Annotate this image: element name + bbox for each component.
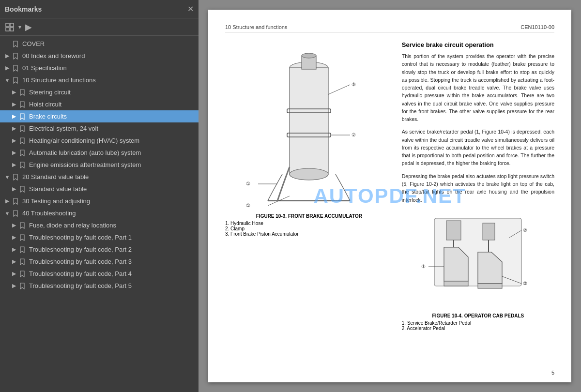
- figure-10-3-area: ③ ②: [225, 41, 393, 237]
- bookmark-icon: [12, 53, 19, 60]
- bookmark-icon: [18, 186, 26, 193]
- chevron-icon: ▶: [10, 234, 18, 241]
- sidebar-item-hvac[interactable]: ▶Heating/air conditioning (HVAC) system: [0, 135, 199, 147]
- bookmark-svg: [13, 41, 18, 47]
- bookmark-icon: [18, 150, 26, 156]
- bookmark-icon: [12, 41, 19, 47]
- sidebar-item-label: 00 Index and foreword: [22, 52, 85, 60]
- sidebar-item-label: 30 Testing and adjusting: [22, 197, 90, 205]
- sidebar-item-brake[interactable]: ▶Brake circuits: [0, 110, 199, 122]
- figure-10-3-items: 1. Hydraulic Hose 2. Clamp 3. Front Brak…: [225, 221, 299, 237]
- chevron-icon: ▶: [10, 258, 18, 265]
- page-number: 5: [551, 370, 554, 376]
- sidebar-item-label: 40 Troubleshooting: [22, 210, 76, 217]
- sidebar-item-label: Steering circuit: [29, 89, 71, 96]
- bookmark-svg: [20, 283, 25, 289]
- header-right: CEN10110-00: [520, 24, 554, 30]
- sidebar-header: Bookmarks ✕: [0, 0, 199, 18]
- grid-view-button[interactable]: [5, 22, 15, 32]
- body-text-3: Depressing the brake pedal also actuates…: [402, 172, 554, 204]
- cursor-button[interactable]: ▶: [25, 22, 32, 32]
- sidebar-item-fault5[interactable]: ▶Troubleshooting by fault code, Part 5: [0, 280, 199, 292]
- sidebar-item-label: Standard value table: [29, 185, 87, 193]
- chevron-icon: ▶: [10, 113, 18, 120]
- fig3-item-3: 3. Front Brake Piston Accumulator: [225, 231, 299, 237]
- left-column: ③ ②: [225, 41, 393, 336]
- svg-rect-23: [446, 221, 461, 240]
- figure-10-4-svg: ② ① ②: [420, 209, 536, 310]
- sidebar-item-01-spec[interactable]: ▶01 Specification: [0, 62, 199, 74]
- bookmark-icon: [18, 137, 26, 144]
- bookmark-icon: [12, 210, 19, 217]
- sidebar-toolbar: ▾ ▶: [0, 18, 199, 36]
- figure-10-3-caption: FIGURE 10-3. FRONT BRAKE ACCUMULATOR: [256, 213, 362, 219]
- sidebar-item-fault4[interactable]: ▶Troubleshooting by fault code, Part 4: [0, 268, 199, 280]
- page-container[interactable]: 10 Structure and functions CEN10110-00: [199, 0, 581, 392]
- sidebar-item-label: Hoist circuit: [29, 101, 61, 108]
- sidebar-item-00-index[interactable]: ▶00 Index and foreword: [0, 50, 199, 62]
- sidebar-item-fault1[interactable]: ▶Troubleshooting by fault code, Part 1: [0, 231, 199, 243]
- chevron-icon: ▶: [3, 198, 12, 204]
- bookmark-svg: [20, 246, 25, 253]
- sidebar-item-steering[interactable]: ▶Steering circuit: [0, 86, 199, 98]
- svg-rect-2: [6, 28, 9, 31]
- sidebar-item-fuse[interactable]: ▶Fuse, diode and relay locations: [0, 219, 199, 231]
- bookmark-svg: [20, 186, 25, 193]
- sidebar-item-40-trouble[interactable]: ▼40 Troubleshooting: [0, 207, 199, 219]
- fig3-item-1: 1. Hydraulic Hose: [225, 221, 299, 226]
- chevron-icon: ▶: [10, 186, 18, 192]
- chevron-icon: ▶: [10, 162, 18, 168]
- bookmark-icon: [18, 246, 26, 253]
- sidebar-item-label: Brake circuits: [29, 113, 67, 120]
- bookmark-icon: [12, 77, 19, 84]
- bookmark-svg: [20, 137, 25, 144]
- fig4-item-1: 1. Service Brake/Retarder Pedal: [402, 320, 471, 326]
- sidebar-item-label: Troubleshooting by fault code, Part 2: [29, 246, 132, 253]
- bookmark-icon: [18, 271, 26, 277]
- sidebar-item-fault3[interactable]: ▶Troubleshooting by fault code, Part 3: [0, 256, 199, 268]
- sidebar-item-lube[interactable]: ▶Automatic lubrication (auto lube) syste…: [0, 147, 199, 159]
- bookmark-svg: [20, 89, 25, 96]
- chevron-icon: ▶: [10, 271, 18, 277]
- bookmark-svg: [13, 65, 18, 72]
- sidebar: Bookmarks ✕ ▾ ▶ COVER▶00 Index and forew…: [0, 0, 199, 392]
- right-column: Service brake circuit operation This por…: [402, 41, 554, 336]
- sidebar-item-label: Troubleshooting by fault code, Part 4: [29, 270, 132, 277]
- sidebar-item-std-table[interactable]: ▶Standard value table: [0, 183, 199, 195]
- svg-text:①: ①: [246, 203, 250, 208]
- chevron-icon: ▶: [10, 222, 18, 228]
- sidebar-item-label: 10 Structure and functions: [22, 76, 96, 84]
- bookmark-svg: [13, 174, 18, 181]
- sidebar-item-emissions[interactable]: ▶Engine emissions aftertreatment system: [0, 159, 199, 171]
- bookmark-icon: [18, 162, 26, 168]
- sidebar-item-30-testing[interactable]: ▶30 Testing and adjusting: [0, 195, 199, 207]
- svg-point-8: [302, 53, 316, 58]
- bookmark-svg: [20, 150, 25, 156]
- sidebar-item-electrical[interactable]: ▶Electrical system, 24 volt: [0, 122, 199, 135]
- chevron-icon: ▶: [10, 283, 18, 289]
- sidebar-item-fault2[interactable]: ▶Troubleshooting by fault code, Part 2: [0, 243, 199, 256]
- svg-rect-21: [444, 281, 468, 286]
- svg-line-9: [328, 85, 350, 94]
- svg-rect-3: [10, 28, 14, 31]
- bookmark-svg: [20, 125, 25, 132]
- chevron-icon: ▶: [3, 53, 12, 59]
- page-content: ③ ②: [225, 41, 554, 336]
- sidebar-item-hoist[interactable]: ▶Hoist circuit: [0, 98, 199, 110]
- bookmark-svg: [13, 77, 18, 84]
- figure-10-3-svg: ③ ②: [244, 41, 374, 211]
- dropdown-arrow[interactable]: ▾: [18, 24, 21, 30]
- sidebar-item-label: Heating/air conditioning (HVAC) system: [29, 137, 139, 144]
- body-text-2: As service brake/retarder pedal (1, Figu…: [402, 128, 554, 167]
- chevron-icon: ▼: [3, 211, 12, 216]
- sidebar-item-20-standard[interactable]: ▼20 Standard value table: [0, 171, 199, 183]
- figure-10-4-items: 1. Service Brake/Retarder Pedal 2. Accel…: [402, 320, 471, 331]
- sidebar-item-10-struct[interactable]: ▼10 Structure and functions: [0, 74, 199, 86]
- svg-rect-24: [483, 223, 495, 240]
- chevron-icon: ▼: [3, 77, 12, 83]
- close-button[interactable]: ✕: [187, 5, 194, 13]
- bookmark-svg: [20, 162, 25, 168]
- svg-rect-5: [290, 68, 328, 174]
- sidebar-item-cover[interactable]: COVER: [0, 38, 199, 50]
- bookmark-svg: [20, 258, 25, 265]
